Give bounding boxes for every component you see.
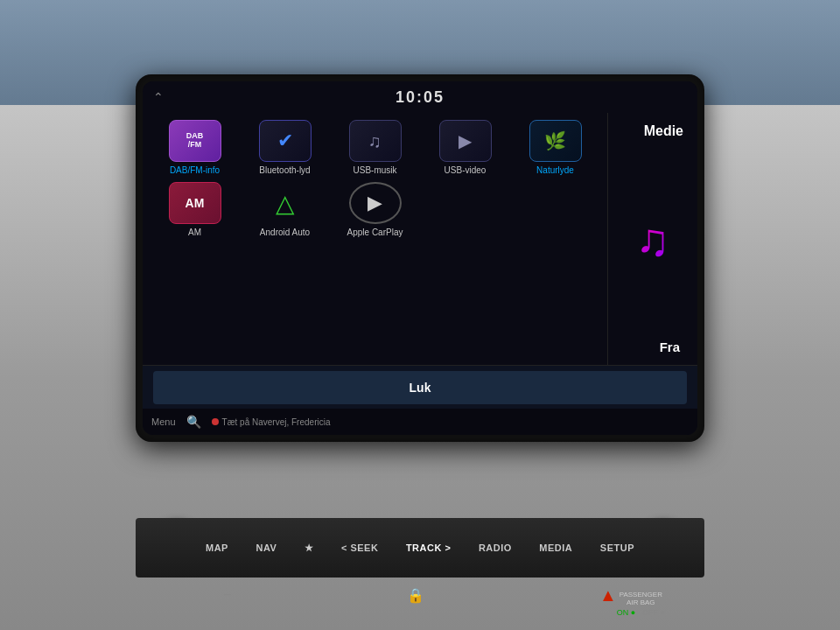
chevron-up-icon[interactable]: ⌃ (153, 90, 164, 104)
car-dashboard: ⌃ 10:05 DAB/FM DAB/FM-info (0, 0, 840, 630)
media-status: Fra (660, 340, 680, 354)
luk-button[interactable]: Luk (153, 371, 687, 404)
media-row-1: DAB/FM DAB/FM-info ✔ Bluetooth-lyd (153, 120, 597, 175)
bt-icon-box: ✔ (259, 120, 312, 162)
star-button[interactable]: ★ (304, 542, 314, 554)
android-icon: △ (276, 189, 295, 218)
track-button[interactable]: TRACK > (406, 542, 451, 553)
bt-label: Bluetooth-lyd (259, 165, 310, 175)
nature-icon-box: 🌿 (529, 120, 582, 162)
bluetooth-icon: ✔ (277, 130, 293, 152)
carplay-icon-box: ▶ (349, 182, 402, 224)
minus-icon[interactable]: − (223, 587, 231, 603)
status-bar: Menu 🔍 Tæt på Navervej, Fredericia (143, 409, 697, 435)
media-item-dab[interactable]: DAB/FM DAB/FM-info (153, 120, 236, 175)
airbag-indicators: ON ● OFF ● (617, 608, 665, 617)
usb-music-icon: ♫ (368, 131, 382, 151)
dab-label: DAB/FM-info (170, 165, 220, 175)
naturlyde-label: Naturlyde (536, 165, 574, 175)
main-content: DAB/FM DAB/FM-info ✔ Bluetooth-lyd (143, 113, 697, 365)
carplay-label: Apple CarPlay (347, 228, 403, 237)
top-bar: ⌃ 10:05 (143, 81, 697, 113)
am-icon-text: AM (186, 196, 205, 210)
setup-button[interactable]: SETUP (600, 542, 634, 553)
music-note-icon: ♫ (636, 214, 670, 266)
media-item-carplay[interactable]: ▶ Apple CarPlay (333, 182, 416, 237)
android-icon-box: △ (259, 182, 312, 224)
screen: ⌃ 10:05 DAB/FM DAB/FM-info (143, 81, 697, 435)
radio-button[interactable]: RADIO (479, 542, 512, 553)
media-item-usb-musik[interactable]: ♫ USB-musik (333, 120, 416, 175)
right-panel: Medie ♫ Fra (607, 113, 697, 365)
usb-musik-label: USB-musik (353, 165, 396, 175)
usb-video-icon: ▶ (458, 130, 472, 151)
media-item-bluetooth[interactable]: ✔ Bluetooth-lyd (243, 120, 326, 175)
media-item-usb-video[interactable]: ▶ USB-video (424, 120, 507, 175)
clock-display: 10:05 (396, 88, 444, 107)
dab-icon-text: DAB/FM (186, 132, 204, 150)
airbag-off-indicator: OFF ● (642, 608, 665, 617)
usb-music-icon-box: ♫ (349, 120, 402, 162)
media-item-android[interactable]: △ Android Auto (243, 182, 326, 237)
head-unit-bezel: ⌃ 10:05 DAB/FM DAB/FM-info (136, 74, 704, 442)
hazard-icon[interactable]: ▲ (599, 585, 617, 606)
media-row-2: AM AM △ Android Auto (153, 182, 597, 237)
bottom-bar: Luk (143, 365, 697, 409)
lock-icon[interactable]: 🔒 (407, 587, 424, 604)
map-button[interactable]: MAP (206, 542, 228, 553)
media-item-naturlyde[interactable]: 🌿 Naturlyde (514, 120, 597, 175)
controls-area: MAP NAV ★ < SEEK TRACK > RADIO MEDIA SET… (136, 518, 704, 578)
passenger-airbag: PASSENGERAIR BAG ON ● OFF ● (617, 591, 665, 617)
airbag-on-indicator: ON ● (617, 608, 635, 617)
nature-icon: 🌿 (544, 130, 566, 151)
location-dot-icon (212, 418, 219, 425)
usb-video-icon-box: ▶ (439, 120, 492, 162)
seek-button[interactable]: < SEEK (341, 542, 378, 553)
location-text: Tæt på Navervej, Fredericia (222, 417, 331, 427)
airbag-title: PASSENGERAIR BAG (620, 591, 662, 606)
search-icon[interactable]: 🔍 (186, 415, 201, 429)
location-bar: Tæt på Navervej, Fredericia (212, 417, 331, 427)
dab-icon-box: DAB/FM (169, 120, 221, 162)
carplay-icon: ▶ (368, 192, 382, 214)
media-button[interactable]: MEDIA (539, 542, 572, 553)
media-item-am[interactable]: AM AM (153, 182, 236, 237)
am-icon-box: AM (169, 182, 221, 224)
am-label: AM (188, 228, 201, 237)
android-label: Android Auto (260, 228, 310, 237)
media-grid: DAB/FM DAB/FM-info ✔ Bluetooth-lyd (143, 113, 607, 365)
usb-video-label: USB-video (444, 165, 486, 175)
media-title: Medie (644, 123, 683, 139)
menu-label[interactable]: Menu (151, 416, 176, 427)
nav-button[interactable]: NAV (256, 542, 276, 553)
